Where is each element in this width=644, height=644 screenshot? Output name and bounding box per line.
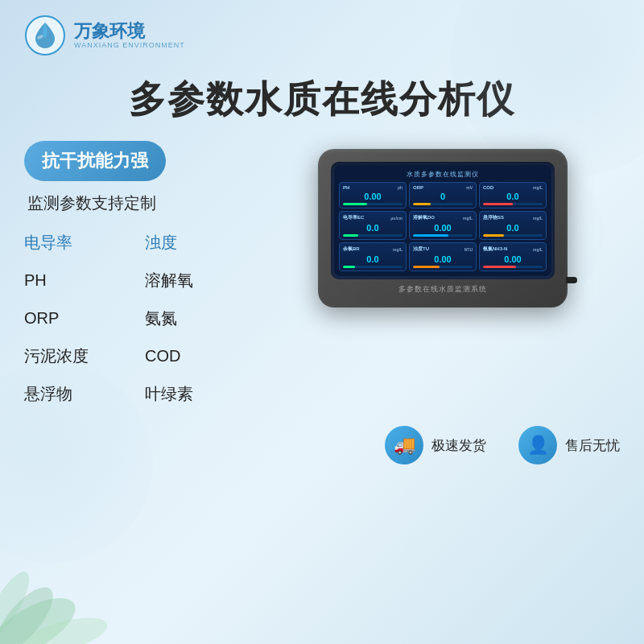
- cell-label-3: 电导率EC μu/cm: [343, 214, 402, 221]
- cell-value-2: 0.0: [483, 192, 543, 201]
- device-screen-border: 水质多参数在线监测仪 PH ph 0.00 ORP mV 0 COD mg/L …: [331, 162, 555, 279]
- cell-value-5: 0.0: [483, 223, 543, 233]
- cell-bar-4: [413, 234, 473, 237]
- cell-value-0: 0.00: [343, 192, 402, 201]
- screen-title: 水质多参数在线监测仪: [339, 170, 547, 179]
- cell-bar-5: [483, 234, 543, 237]
- cell-label-2: COD mg/L: [483, 185, 543, 190]
- cell-label-0: PH ph: [343, 185, 402, 190]
- right-panel: 水质多参数在线监测仪 PH ph 0.00 ORP mV 0 COD mg/L …: [266, 141, 620, 308]
- feature-item-9: 叶绿素: [145, 378, 250, 410]
- screen-cell-1: ORP mV 0: [409, 182, 477, 208]
- cell-label-7: 浊度TU NTU: [413, 246, 473, 253]
- bottom-feature-0: 🚚 极速发货: [385, 426, 486, 464]
- feature-badge: 抗干扰能力强: [24, 141, 166, 181]
- custom-support-text: 监测参数支持定制: [24, 192, 250, 214]
- cell-bar-6: [343, 266, 402, 268]
- cell-bar-2: [483, 203, 543, 205]
- deco-leaves: [0, 499, 145, 644]
- cell-label-5: 悬浮物SS mg/L: [483, 214, 543, 221]
- cell-label-1: ORP mV: [413, 185, 473, 190]
- logo-container: 万象环境 WANXIANG ENVIRONMENT: [24, 14, 185, 56]
- feature-item-5: 氨氮: [145, 303, 250, 334]
- device-cable: [566, 277, 577, 283]
- cell-value-4: 0.00: [413, 223, 473, 233]
- screen-cell-8: 氨氮NH3-N mg/L 0.00: [479, 242, 547, 271]
- bottom-icon-1: 👤: [518, 426, 557, 464]
- cell-value-1: 0: [413, 192, 473, 201]
- device-screen: 水质多参数在线监测仪 PH ph 0.00 ORP mV 0 COD mg/L …: [334, 165, 551, 276]
- screen-grid: PH ph 0.00 ORP mV 0 COD mg/L 0.0 电导率EC μ…: [339, 182, 547, 271]
- feature-item-1: 浊度: [145, 227, 250, 258]
- cell-bar-3: [343, 234, 402, 237]
- cell-label-6: 余氯BR mg/L: [343, 246, 402, 253]
- screen-cell-0: PH ph 0.00: [339, 182, 407, 208]
- feature-item-2: PH: [24, 265, 129, 296]
- brand-logo-icon: [24, 14, 66, 56]
- feature-item-7: COD: [145, 341, 250, 372]
- cell-bar-8: [483, 266, 543, 268]
- cell-label-4: 溶解氧DO mg/L: [413, 214, 473, 221]
- cell-value-8: 0.00: [483, 254, 543, 264]
- bottom-label-1: 售后无忧: [565, 436, 620, 455]
- screen-cell-4: 溶解氧DO mg/L 0.00: [409, 211, 477, 240]
- feature-item-0: 电导率: [24, 227, 129, 258]
- cell-value-3: 0.0: [343, 223, 402, 233]
- brand-name-en: WANXIANG ENVIRONMENT: [74, 41, 185, 49]
- cell-value-6: 0.0: [343, 254, 402, 264]
- screen-cell-6: 余氯BR mg/L 0.0: [339, 242, 407, 271]
- device-label: 多参数在线水质监测系统: [331, 284, 555, 295]
- screen-cell-3: 电导率EC μu/cm 0.0: [339, 211, 407, 240]
- bottom-label-0: 极速发货: [431, 436, 486, 455]
- screen-cell-7: 浊度TU NTU 0.00: [409, 242, 477, 271]
- feature-item-4: ORP: [24, 303, 129, 334]
- device-unit: 水质多参数在线监测仪 PH ph 0.00 ORP mV 0 COD mg/L …: [318, 149, 568, 308]
- feature-item-3: 溶解氧: [145, 265, 250, 296]
- content-area: 抗干扰能力强 监测参数支持定制 电导率浊度PH溶解氧ORP氨氮污泥浓度COD悬浮…: [0, 141, 644, 410]
- brand-name-cn: 万象环境: [74, 22, 185, 41]
- cell-bar-0: [343, 203, 402, 205]
- bottom-icon-0: 🚚: [385, 426, 423, 464]
- screen-cell-2: COD mg/L 0.0: [479, 182, 547, 208]
- cell-bar-7: [413, 266, 473, 268]
- bottom-feature-1: 👤 售后无忧: [518, 426, 620, 464]
- logo-text: 万象环境 WANXIANG ENVIRONMENT: [74, 22, 185, 49]
- cell-label-8: 氨氮NH3-N mg/L: [483, 246, 543, 253]
- cell-value-7: 0.00: [413, 254, 473, 264]
- cell-bar-1: [413, 203, 473, 205]
- screen-cell-5: 悬浮物SS mg/L 0.0: [479, 211, 547, 240]
